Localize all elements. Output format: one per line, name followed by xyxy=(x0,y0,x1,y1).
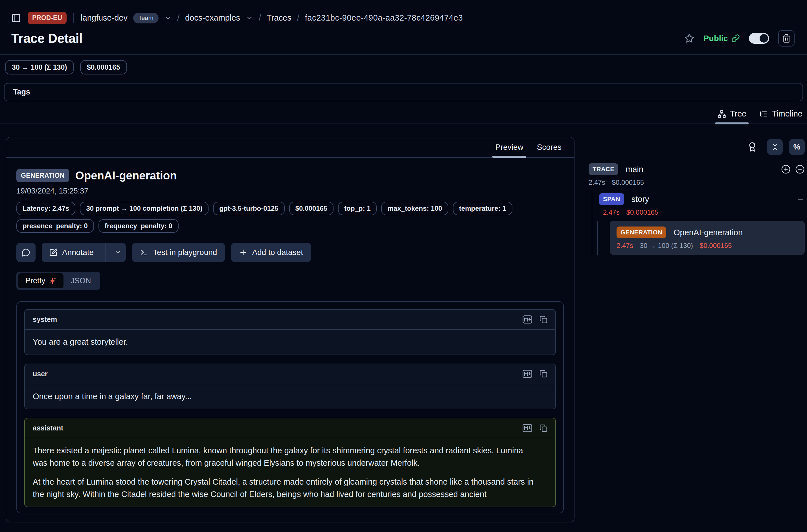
annotate-dropdown-button[interactable] xyxy=(110,243,126,262)
collapse-all-button[interactable] xyxy=(767,139,783,155)
expand-all-icon[interactable] xyxy=(781,165,791,174)
observation-name: OpenAI-generation xyxy=(75,169,177,182)
breadcrumb-separator: / xyxy=(259,13,261,23)
span-name: story xyxy=(632,195,649,204)
breadcrumb-org[interactable]: langfuse-dev xyxy=(81,13,128,23)
frequency-penalty-pill: frequency_penalty: 0 xyxy=(98,219,179,233)
token-usage-badge: 30 → 100 (Σ 130) xyxy=(5,60,74,74)
message-text: You are a great storyteller. xyxy=(33,336,535,348)
markdown-toggle-icon[interactable] xyxy=(523,424,532,432)
page-header: Trace Detail Public xyxy=(11,30,794,46)
tree-node-span[interactable]: SPAN story 2.47s $0.000165 xyxy=(599,193,805,216)
message-role: assistant xyxy=(33,424,63,432)
trace-cost: $0.000165 xyxy=(612,178,644,187)
breadcrumb-divider xyxy=(73,13,74,23)
breadcrumb-traces[interactable]: Traces xyxy=(267,13,292,23)
observation-type-badge: GENERATION xyxy=(16,169,69,182)
main-content: Preview Scores GENERATION OpenAI-generat… xyxy=(0,137,807,522)
trace-badge: TRACE xyxy=(588,163,618,175)
playground-label: Test in playground xyxy=(153,248,217,257)
sidebar-toggle-button[interactable] xyxy=(11,13,21,23)
generation-latency: 2.47s xyxy=(617,242,633,250)
format-toggle: Pretty JSON xyxy=(16,272,100,290)
public-label: Public xyxy=(703,34,728,43)
top-navigation: PROD-EU langfuse-dev Team / docs-example… xyxy=(11,12,794,24)
message-system: system You are a great storyteller. xyxy=(24,309,556,355)
trace-name: main xyxy=(625,165,643,174)
format-json-option[interactable]: JSON xyxy=(63,273,98,288)
presence-penalty-pill: presence_penalty: 0 xyxy=(16,219,94,233)
tree-icon xyxy=(717,110,726,118)
trace-tree-sidebar: % TRACE main 2.47s $0.000165 xyxy=(581,137,805,255)
top-p-pill: top_p: 1 xyxy=(338,202,377,215)
comment-button[interactable] xyxy=(16,243,36,262)
copy-icon[interactable] xyxy=(540,424,547,432)
environment-badge[interactable]: PROD-EU xyxy=(27,12,67,24)
observation-metadata-pills: Latency: 2.47s 30 prompt → 100 completio… xyxy=(16,202,564,233)
generation-cost: $0.000165 xyxy=(700,242,732,250)
message-text: Once upon a time in a galaxy far, far aw… xyxy=(33,391,535,403)
link-icon xyxy=(731,34,740,43)
model-pill[interactable]: gpt-3.5-turbo-0125 xyxy=(213,202,284,215)
span-latency: 2.47s xyxy=(603,208,620,216)
temperature-pill: temperature: 1 xyxy=(453,202,512,215)
trace-tree: TRACE main 2.47s $0.000165 SPAN story xyxy=(581,163,805,255)
tree-node-generation-selected[interactable]: GENERATION OpenAI-generation 2.47s 30 → … xyxy=(610,221,805,255)
copy-icon[interactable] xyxy=(540,316,547,324)
page-title: Trace Detail xyxy=(11,31,82,46)
max-tokens-pill: max_tokens: 100 xyxy=(381,202,448,215)
chevrons-collapse-icon xyxy=(771,143,779,151)
test-in-playground-button[interactable]: Test in playground xyxy=(132,243,225,262)
trace-summary-badges: 30 → 100 (Σ 130) $0.000165 xyxy=(5,60,807,74)
view-tabs: Tree Timeline xyxy=(0,109,807,124)
collapse-node-icon[interactable] xyxy=(796,195,805,203)
latency-pill: Latency: 2.47s xyxy=(16,202,75,215)
message-user: user Once upon a time in a galaxy far, f… xyxy=(24,364,556,410)
tab-scores[interactable]: Scores xyxy=(537,137,562,157)
public-link[interactable]: Public xyxy=(703,34,740,43)
chevron-down-icon[interactable] xyxy=(164,14,172,22)
annotate-button[interactable]: Annotate xyxy=(42,243,100,262)
span-cost: $0.000165 xyxy=(626,208,658,216)
message-role: user xyxy=(33,370,48,378)
terminal-icon xyxy=(140,248,148,257)
bookmark-star-button[interactable] xyxy=(684,33,694,43)
observation-detail-panel: Preview Scores GENERATION OpenAI-generat… xyxy=(6,137,575,522)
observation-actions: Annotate Test in playground xyxy=(16,243,564,262)
public-toggle[interactable] xyxy=(749,33,769,44)
trash-icon xyxy=(782,34,791,43)
format-pretty-option[interactable]: Pretty xyxy=(18,273,63,288)
tab-tree-label: Tree xyxy=(730,109,747,118)
annotate-split-button: Annotate xyxy=(42,243,126,262)
copy-icon[interactable] xyxy=(540,370,547,378)
delete-trace-button[interactable] xyxy=(778,30,794,46)
annotate-pen-icon xyxy=(49,248,58,257)
annotation-queue-button[interactable] xyxy=(747,142,757,152)
plus-icon xyxy=(239,248,247,257)
tags-section[interactable]: Tags xyxy=(4,83,803,101)
breadcrumb: langfuse-dev Team / docs-examples / Trac… xyxy=(81,13,463,23)
breadcrumb-trace-id: fac231bc-90ee-490a-aa32-78c4269474e3 xyxy=(305,13,463,23)
token-usage-pill: 30 prompt → 100 completion (Σ 130) xyxy=(80,202,208,215)
header-divider xyxy=(0,54,807,55)
markdown-toggle-icon[interactable] xyxy=(523,315,532,324)
tab-timeline[interactable]: Timeline xyxy=(759,109,803,124)
chevron-down-icon[interactable] xyxy=(246,14,253,22)
toggle-metrics-button[interactable]: % xyxy=(789,139,805,155)
sparkles-icon xyxy=(49,277,56,285)
tab-timeline-label: Timeline xyxy=(772,109,803,118)
messages-container: system You are a great storyteller. user xyxy=(16,301,564,513)
comment-icon xyxy=(21,248,31,257)
breadcrumb-separator: / xyxy=(177,13,180,23)
tree-node-trace[interactable]: TRACE main 2.47s $0.000165 xyxy=(588,163,805,187)
split-separator xyxy=(105,243,106,262)
collapse-all-icon[interactable] xyxy=(795,165,805,174)
tab-preview[interactable]: Preview xyxy=(495,137,523,157)
markdown-toggle-icon[interactable] xyxy=(523,370,532,378)
award-icon xyxy=(747,142,757,152)
panel-tabs: Preview Scores xyxy=(6,137,574,158)
tab-tree[interactable]: Tree xyxy=(717,109,747,124)
breadcrumb-project[interactable]: docs-examples xyxy=(185,13,240,23)
add-to-dataset-button[interactable]: Add to dataset xyxy=(231,243,311,262)
breadcrumb-separator: / xyxy=(297,13,299,23)
